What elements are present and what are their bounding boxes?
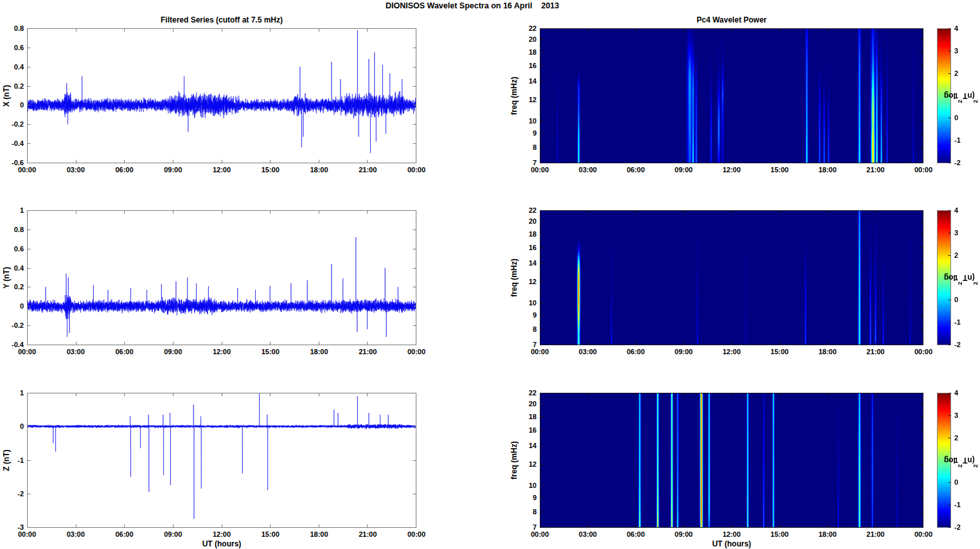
tick-label: 0 xyxy=(954,114,958,122)
tick-label: 22 xyxy=(529,389,537,397)
tick-label: 12:00 xyxy=(213,348,231,356)
tick-label: 21:00 xyxy=(359,530,377,538)
tick-label: 03:00 xyxy=(579,530,597,538)
tick-label: 0.4 xyxy=(14,63,24,71)
tick-label: -1 xyxy=(954,501,961,509)
tick-label: 00:00 xyxy=(914,166,932,174)
tick-label: 4 xyxy=(954,389,958,397)
wavelet-spectra-figure: DIONISOS Wavelet Spectra on 16 April 201… xyxy=(0,0,980,549)
tick-label: 06:00 xyxy=(627,348,645,356)
tick-label: 21:00 xyxy=(866,166,884,174)
tick-label: 12 xyxy=(529,96,537,104)
tick-label: -2 xyxy=(17,490,24,498)
tick-label: 16 xyxy=(529,244,537,251)
tick-label: 3 xyxy=(954,47,958,55)
tick-label: 0.4 xyxy=(14,264,24,272)
tick-label: 10 xyxy=(529,299,537,307)
y-series-plot: Y (nT) 10.80.60.40.20-0.2-0.400:0003:000… xyxy=(27,210,416,345)
tick-label: -1 xyxy=(17,456,24,464)
tick-label: 18:00 xyxy=(819,348,837,356)
tick-label: 3 xyxy=(954,411,958,419)
tick-label: 20 xyxy=(529,35,537,43)
tick-label: -2 xyxy=(954,523,961,531)
z-wavelet-ylabel: freq (mHz) xyxy=(509,393,519,528)
tick-label: 22 xyxy=(529,206,537,214)
tick-label: 9 xyxy=(533,311,537,319)
tick-label: 06:00 xyxy=(627,530,645,538)
colorbar-3-label: log2(nT2/Hz) xyxy=(963,393,973,528)
tick-label: 4 xyxy=(954,24,958,32)
tick-label: 0 xyxy=(20,422,24,430)
tick-label: 12 xyxy=(529,278,537,285)
tick-label: -1 xyxy=(954,136,961,144)
tick-label: 1 xyxy=(20,389,24,397)
left-xaxis-label: UT (hours) xyxy=(27,539,416,548)
tick-label: 03:00 xyxy=(67,530,85,538)
tick-label: 16 xyxy=(529,426,537,434)
figure-title: DIONISOS Wavelet Spectra on 16 April 201… xyxy=(0,1,945,10)
tick-label: 12 xyxy=(529,460,537,468)
tick-label: 12:00 xyxy=(213,530,231,538)
tick-label: 06:00 xyxy=(627,166,645,174)
tick-label: 10 xyxy=(529,117,537,125)
z-series-ylabel: Z (nT) xyxy=(1,393,12,528)
right-column-title: Pc4 Wavelet Power xyxy=(540,15,923,24)
tick-label: 18 xyxy=(529,48,537,56)
tick-label: -2 xyxy=(954,159,961,166)
x-wavelet-canvas xyxy=(540,28,923,163)
tick-label: 14 xyxy=(529,442,537,449)
tick-label: 00:00 xyxy=(407,348,425,356)
tick-label: 0.2 xyxy=(14,82,24,90)
tick-label: 03:00 xyxy=(67,166,85,174)
tick-label: 09:00 xyxy=(164,166,182,174)
tick-label: 00:00 xyxy=(407,166,425,174)
tick-label: 00:00 xyxy=(531,166,549,174)
y-wavelet-canvas xyxy=(540,210,923,345)
x-series-plot: Filtered Series (cutoff at 7.5 mHz) X (n… xyxy=(27,28,416,163)
tick-label: 06:00 xyxy=(115,348,133,356)
tick-label: 00:00 xyxy=(531,530,549,538)
tick-label: 21:00 xyxy=(359,166,377,174)
tick-label: -0.4 xyxy=(12,140,24,147)
tick-label: 2 xyxy=(954,251,958,259)
tick-label: 12:00 xyxy=(213,166,231,174)
x-series-canvas xyxy=(27,28,416,163)
tick-label: 09:00 xyxy=(675,166,693,174)
tick-label: 10 xyxy=(529,482,537,489)
y-series-ylabel: Y (nT) xyxy=(1,210,12,345)
tick-label: -0.2 xyxy=(12,120,24,128)
y-series-canvas xyxy=(27,210,416,345)
tick-label: 21:00 xyxy=(866,530,884,538)
left-column-title: Filtered Series (cutoff at 7.5 mHz) xyxy=(27,15,416,24)
tick-label: 0.8 xyxy=(14,226,24,233)
tick-label: 09:00 xyxy=(164,530,182,538)
tick-label: 1 xyxy=(954,92,958,100)
tick-label: 18:00 xyxy=(819,166,837,174)
tick-label: 9 xyxy=(533,494,537,501)
tick-label: 1 xyxy=(954,456,958,464)
colorbar-1: log2(nT2/Hz) 43210-1-2 xyxy=(937,28,951,163)
tick-label: 0.2 xyxy=(14,283,24,291)
tick-label: 21:00 xyxy=(866,348,884,356)
tick-label: 0.6 xyxy=(14,44,24,51)
tick-label: 0 xyxy=(20,101,24,109)
tick-label: 09:00 xyxy=(675,530,693,538)
tick-label: 03:00 xyxy=(579,348,597,356)
z-wavelet-plot: freq (mHz) UT (hours) 222018161412109870… xyxy=(540,393,923,528)
tick-label: 15:00 xyxy=(771,530,788,538)
tick-label: 20 xyxy=(529,217,537,225)
tick-label: 03:00 xyxy=(67,348,85,356)
tick-label: 15:00 xyxy=(262,530,280,538)
tick-label: 1 xyxy=(20,206,24,214)
y-wavelet-ylabel: freq (mHz) xyxy=(509,210,519,345)
tick-label: 8 xyxy=(533,508,537,516)
tick-label: 00:00 xyxy=(914,530,932,538)
tick-label: 1 xyxy=(954,274,958,282)
tick-label: 22 xyxy=(529,24,537,32)
tick-label: 8 xyxy=(533,143,537,151)
tick-label: 00:00 xyxy=(18,348,36,356)
z-wavelet-canvas xyxy=(540,393,923,528)
colorbar-1-label: log2(nT2/Hz) xyxy=(963,28,973,163)
tick-label: 18:00 xyxy=(310,530,328,538)
tick-label: 0.6 xyxy=(14,245,24,253)
